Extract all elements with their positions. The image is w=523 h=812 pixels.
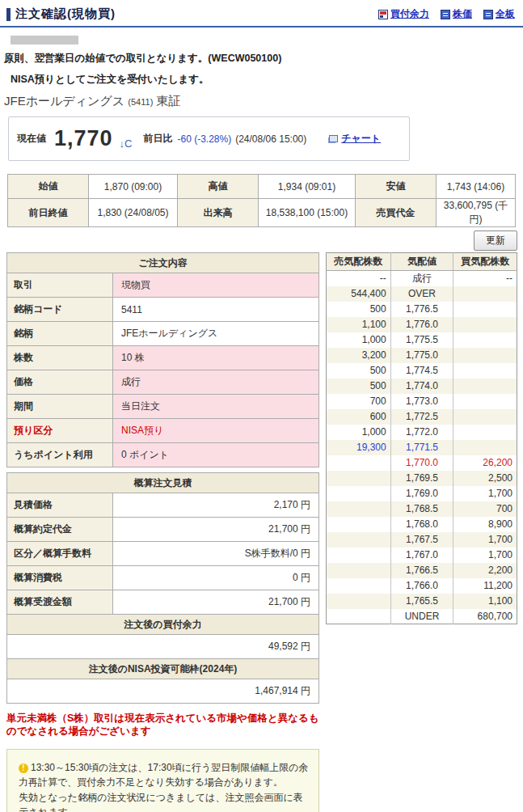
book-sell-qty: 3,200	[327, 348, 391, 363]
market-label: 始値	[8, 175, 89, 199]
book-buy-qty	[453, 394, 517, 409]
estimate-title-row: 概算注文見積	[7, 473, 319, 493]
book-header-sell-qty: 売気配株数	[327, 253, 391, 271]
chart-link[interactable]: チャート	[341, 132, 381, 146]
book-sell-qty: 1,000	[327, 332, 391, 348]
book-buy-qty	[453, 409, 517, 425]
market-value: 18,538,100 (15:00)	[259, 199, 356, 227]
book-row: 1,766.52,200	[327, 563, 517, 578]
order-title-row: ご注文内容	[7, 253, 319, 273]
estimate-section-header: 注文後の買付余力	[7, 615, 319, 635]
book-sell-qty: 500	[327, 379, 391, 394]
stock-price-link[interactable]: 株価	[453, 7, 472, 21]
book-buy-qty: 1,700	[453, 548, 517, 563]
book-sell-qty	[327, 578, 391, 594]
book-sell-qty	[327, 501, 391, 517]
buying-power-icon	[378, 10, 388, 19]
book-sell-qty: 544,400	[327, 286, 391, 302]
book-buy-qty: 8,900	[453, 517, 517, 532]
estimate-row: 区分／概算手数料S株手数料/0 円	[7, 542, 319, 566]
order-row-value: 現物買	[113, 273, 319, 298]
order-row-label: うちポイント利用	[7, 443, 113, 467]
header-link-full-board: 全板	[483, 7, 515, 21]
book-header-buy-qty: 買気配株数	[453, 253, 517, 271]
book-price: 1,775.0	[390, 348, 453, 363]
estimate-row-label: 概算消費税	[7, 566, 113, 590]
book-sell-qty: 600	[327, 409, 391, 425]
book-price: 1,776.5	[390, 302, 453, 317]
book-row: 5001,776.5	[327, 302, 517, 317]
estimate-section-value: 1,467,914 円	[7, 679, 319, 704]
book-row: 3,2001,775.0	[327, 348, 517, 363]
book-sell-qty: --	[327, 271, 391, 286]
book-buy-qty	[453, 317, 517, 332]
order-row-label: 株数	[7, 346, 113, 370]
book-sell-qty: 1,100	[327, 317, 391, 332]
book-row: 1,766.011,200	[327, 578, 517, 594]
book-buy-qty: 1,700	[453, 486, 517, 501]
book-price: 1,775.5	[390, 332, 453, 348]
book-sell-qty: 700	[327, 394, 391, 409]
book-header-price: 気配値	[390, 253, 453, 271]
order-row: うちポイント利用0 ポイント	[7, 443, 319, 467]
book-buy-qty: 11,200	[453, 578, 517, 594]
book-header-row: 売気配株数気配値買気配株数	[327, 253, 517, 271]
book-sell-qty	[327, 517, 391, 532]
order-row-value: 5411	[113, 298, 319, 322]
book-row: 1,767.51,700	[327, 532, 517, 548]
order-row-label: 銘柄	[7, 322, 113, 346]
book-buy-qty: 1,700	[453, 532, 517, 548]
order-row: 取引現物買	[7, 273, 319, 298]
estimate-section-value-row: 49,592 円	[7, 635, 319, 659]
stock-price-icon	[441, 10, 450, 19]
refresh-row: 更新	[326, 230, 517, 252]
book-price: 1,768.0	[390, 517, 453, 532]
stock-code: (5411)	[128, 97, 153, 107]
change-label: 前日比	[143, 132, 172, 146]
market-label: 出来高	[178, 199, 259, 227]
market-data-table: 始値1,870 (09:00)高値1,934 (09:01)安値1,743 (1…	[7, 174, 516, 227]
current-price-value: 1,770	[54, 128, 113, 150]
book-buy-qty	[453, 348, 517, 363]
market-label: 前日終値	[8, 199, 89, 227]
down-tick-icon: ↓C	[120, 137, 133, 150]
order-row-label: 預り区分	[7, 419, 113, 443]
order-details-table: ご注文内容取引現物買銘柄コード5411銘柄JFEホールディングス株数10 株価格…	[6, 252, 319, 467]
chart-link-wrap: チャート	[329, 132, 381, 146]
estimate-row-label: 区分／概算手数料	[7, 542, 113, 566]
title-bar: 注文確認(現物買) 買付余力株価全板	[0, 0, 523, 26]
book-row: 1,1001,776.0	[327, 317, 517, 332]
estimate-row: 概算受渡金額21,700 円	[7, 590, 319, 615]
estimate-row: 概算消費税0 円	[7, 566, 319, 590]
book-buy-qty	[453, 302, 517, 317]
book-sell-qty	[327, 486, 391, 501]
full-board-link[interactable]: 全板	[496, 7, 515, 21]
book-buy-qty: 2,500	[453, 471, 517, 486]
book-price: 1,767.0	[390, 548, 453, 563]
book-row: 1,0001,775.5	[327, 332, 517, 348]
book-buy-qty: 26,200	[453, 455, 517, 471]
estimate-row-value: 0 円	[113, 566, 319, 590]
refresh-button[interactable]: 更新	[474, 230, 517, 251]
book-sell-qty: 19,300	[327, 440, 391, 455]
book-row: UNDER680,700	[327, 609, 517, 624]
book-row: 7001,773.0	[327, 394, 517, 409]
book-buy-qty	[453, 440, 517, 455]
estimate-section-header: 注文後のNISA投資可能枠(2024年)	[7, 659, 319, 679]
book-row: 1,770.026,200	[327, 455, 517, 471]
estimate-row-value: 21,700 円	[113, 518, 319, 542]
order-row-label: 銘柄コード	[7, 298, 113, 322]
buying-power-link[interactable]: 買付余力	[390, 7, 429, 21]
book-buy-qty: 1,100	[453, 594, 517, 609]
book-price: 1,766.0	[390, 578, 453, 594]
s-share-warning: 単元未満株（S株）取引は現在表示されている市場や価格と異なるものでなされる場合が…	[6, 712, 319, 738]
book-buy-qty: 700	[453, 501, 517, 517]
order-row: 株数10 株	[7, 346, 319, 370]
book-row: 1,767.01,700	[327, 548, 517, 563]
book-buy-qty	[453, 332, 517, 348]
estimate-section-header-row: 注文後の買付余力	[7, 615, 319, 635]
book-price: 1,769.0	[390, 486, 453, 501]
book-sell-qty	[327, 471, 391, 486]
book-sell-qty	[327, 532, 391, 548]
order-row: 預り区分NISA預り	[7, 419, 319, 443]
